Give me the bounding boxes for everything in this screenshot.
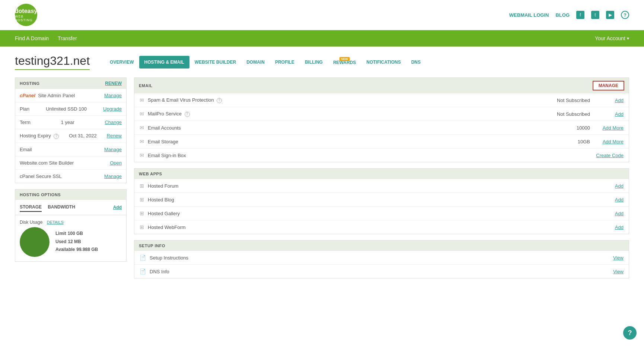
email-accounts-label: Email Accounts	[148, 125, 542, 131]
email-signin-action[interactable]: Create Code	[596, 153, 624, 158]
disk-details-link[interactable]: DETAILS	[47, 220, 64, 225]
top-navigation: doteasy WEB HOSTING WEBMAIL LOGIN BLOG f…	[0, 0, 644, 30]
transfer-link[interactable]: Transfer	[58, 35, 77, 41]
email-signin-icon: ✉	[140, 152, 144, 158]
setup-instructions-icon: 📄	[140, 255, 146, 261]
spam-action[interactable]: Add	[597, 98, 624, 103]
youtube-icon[interactable]: ▶	[606, 11, 614, 19]
disk-chart-row: Limit100 GB Used12 MB Available99.988 GB	[20, 227, 122, 257]
email-manage-button[interactable]: MANAGE	[593, 81, 624, 90]
hosted-blog-action[interactable]: Add	[597, 197, 624, 203]
sitebuilder-action[interactable]: Open	[110, 160, 122, 166]
email-section-header: EMAIL MANAGE	[134, 78, 629, 93]
hosted-forum-action[interactable]: Add	[597, 183, 624, 189]
facebook-icon[interactable]: f	[576, 11, 584, 19]
spam-help-icon[interactable]: ?	[217, 98, 222, 103]
hosting-options-header: HOSTING OPTIONS	[15, 190, 126, 200]
tab-website-builder[interactable]: WEBSITE BUILDER	[189, 56, 241, 69]
mailpro-action[interactable]: Add	[597, 111, 624, 117]
email-manage-action[interactable]: Manage	[104, 147, 122, 152]
tab-billing[interactable]: BILLING	[300, 56, 328, 69]
plan-action[interactable]: Upgrade	[103, 106, 122, 112]
webapps-header: WEB APPS	[134, 169, 629, 179]
hosted-gallery-label: Hosted Gallery	[148, 211, 597, 216]
email-section-title: EMAIL	[139, 83, 153, 88]
email-accounts-action[interactable]: Add More	[597, 125, 624, 131]
right-panel: EMAIL MANAGE ✉ Spam & Email Virus Protec…	[134, 77, 629, 284]
email-section: EMAIL MANAGE ✉ Spam & Email Virus Protec…	[134, 77, 629, 162]
tab-notifications[interactable]: NOTIFICATIONS	[361, 56, 406, 69]
find-domain-link[interactable]: Find A Domain	[15, 35, 49, 41]
hosted-webform-row: ⊞ Hosted WebForm Add	[134, 220, 629, 234]
sitebuilder-row: Website.com Site Builder Open	[15, 156, 126, 170]
mailpro-value: Not Subscribed	[542, 111, 590, 117]
hosting-header: HOSTING RENEW	[15, 78, 126, 89]
hosted-blog-label: Hosted Blog	[148, 197, 597, 203]
email-storage-label: Email Storage	[148, 139, 542, 144]
domain-title: testing321.net	[15, 54, 90, 70]
term-label: Term	[20, 120, 31, 125]
ssl-action[interactable]: Manage	[104, 174, 122, 179]
email-storage-icon: ✉	[140, 139, 144, 144]
mailpro-help-icon[interactable]: ?	[185, 112, 190, 117]
cpanel-brand: cPanel	[20, 93, 35, 98]
term-row: Term 1 year Change	[15, 116, 126, 129]
renew-link[interactable]: RENEW	[105, 81, 122, 86]
hosted-blog-row: ⊞ Hosted Blog Add	[134, 193, 629, 207]
disk-info: Limit100 GB Used12 MB Available99.988 GB	[55, 230, 99, 254]
twitter-icon[interactable]: t	[591, 11, 599, 19]
webapps-section: WEB APPS ⊞ Hosted Forum Add ⊞ Hosted Blo…	[134, 168, 629, 234]
expiry-row: Hosting Expiry ? Oct 31, 2022 Renew	[15, 129, 126, 143]
email-storage-action[interactable]: Add More	[597, 139, 624, 144]
dns-info-action[interactable]: View	[597, 269, 624, 274]
setup-instructions-action[interactable]: View	[597, 255, 624, 261]
hosted-blog-icon: ⊞	[140, 197, 144, 203]
dns-info-icon: 📄	[140, 268, 146, 274]
main-content: HOSTING RENEW cPanel Site Admin Panel Ma…	[0, 70, 644, 292]
help-icon[interactable]: ?	[621, 11, 629, 19]
tab-profile[interactable]: PROFILE	[270, 56, 300, 69]
green-bar-links: Find A Domain Transfer	[15, 35, 77, 41]
green-bar: Find A Domain Transfer Your Account	[0, 30, 644, 47]
webmail-login-link[interactable]: WEBMAIL LOGIN	[509, 12, 549, 18]
mailpro-row: ✉ MailPro Service ? Not Subscribed Add	[134, 107, 629, 121]
expiry-action[interactable]: Renew	[107, 133, 122, 139]
tab-dns[interactable]: DNS	[406, 56, 426, 69]
spam-email-icon: ✉	[140, 97, 144, 103]
cpanel-label: cPanel Site Admin Panel	[20, 93, 75, 98]
plan-label: Plan	[20, 106, 29, 112]
hosted-gallery-row: ⊞ Hosted Gallery Add	[134, 207, 629, 220]
ssl-row: cPanel Secure SSL Manage	[15, 170, 126, 183]
hosted-forum-icon: ⊞	[140, 183, 144, 189]
cpanel-manage-action[interactable]: Manage	[104, 93, 122, 98]
email-storage-value: 10GB	[542, 139, 590, 144]
your-account-menu[interactable]: Your Account	[595, 35, 629, 41]
logo-circle: doteasy WEB HOSTING	[15, 4, 37, 26]
hosted-gallery-action[interactable]: Add	[597, 211, 624, 216]
hosted-webform-label: Hosted WebForm	[148, 225, 597, 230]
cpanel-row: cPanel Site Admin Panel Manage	[15, 89, 126, 102]
mailpro-email-icon: ✉	[140, 111, 144, 117]
tab-overview[interactable]: OVERVIEW	[105, 56, 139, 69]
hosted-gallery-icon: ⊞	[140, 210, 144, 216]
email-manage-label: Email	[20, 147, 32, 152]
main-tabs: OVERVIEW HOSTING & EMAIL WEBSITE BUILDER…	[105, 56, 426, 69]
hosted-webform-action[interactable]: Add	[597, 225, 624, 230]
storage-tab[interactable]: STORAGE	[20, 203, 42, 212]
storage-add-link[interactable]: Add	[113, 205, 122, 210]
setup-instructions-row: 📄 Setup Instructions View	[134, 251, 629, 265]
bandwidth-tab[interactable]: BANDWIDTH	[48, 203, 75, 212]
spam-value: Not Subscribed	[542, 98, 590, 103]
setup-info-header: SETUP INFO	[134, 241, 629, 251]
tab-domain[interactable]: DOMAIN	[241, 56, 270, 69]
ssl-label: cPanel Secure SSL	[20, 174, 62, 179]
plan-row: Plan Unlimited SSD 100 Upgrade	[15, 102, 126, 116]
tab-hosting-email[interactable]: HOSTING & EMAIL	[139, 56, 189, 69]
mailpro-label: MailPro Service ?	[148, 111, 542, 117]
expiry-help-icon[interactable]: ?	[54, 134, 59, 139]
blog-link[interactable]: BLOG	[555, 12, 570, 18]
term-action[interactable]: Change	[105, 120, 122, 125]
dns-info-row: 📄 DNS Info View	[134, 265, 629, 278]
hosting-title: HOSTING	[20, 81, 40, 86]
expiry-value: Oct 31, 2022	[69, 133, 96, 139]
